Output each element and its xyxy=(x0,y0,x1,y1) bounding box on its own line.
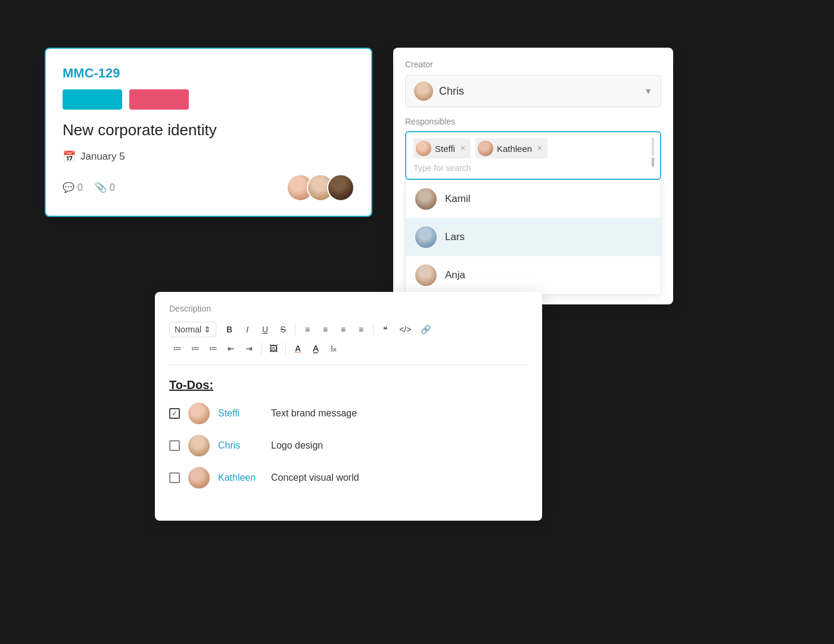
underline-button[interactable]: U xyxy=(257,322,273,337)
task-id: MMC-129 xyxy=(63,66,354,81)
todo-checkbox-1[interactable]: ✓ xyxy=(169,408,180,419)
creator-left: Chris xyxy=(414,82,464,101)
scroll-bar xyxy=(652,137,654,156)
format-arrow-icon: ⇕ xyxy=(204,325,211,334)
divider-2 xyxy=(373,323,374,335)
todo-item-2: Chris Logo design xyxy=(169,435,528,456)
image-button[interactable]: 🖼 xyxy=(265,341,282,356)
outdent-button[interactable]: ⇥ xyxy=(241,341,257,356)
creator-panel: Creator Chris ▼ Responsibles Steffi ✕ Ka… xyxy=(393,48,673,304)
tag-cyan xyxy=(63,89,122,110)
dropdown-item-anja[interactable]: Anja xyxy=(406,256,661,294)
task-date-text: January 5 xyxy=(80,151,125,163)
anja-name: Anja xyxy=(445,269,465,281)
font-color-button[interactable]: A xyxy=(290,341,306,356)
avatar-3 xyxy=(327,174,354,201)
toolbar-row-2: ≔ ≔ ≔ ⇤ ⇥ 🖼 A A̲ Ix xyxy=(169,341,528,356)
todo-item-3: Kathleen Concept visual world xyxy=(169,467,528,489)
task-tags xyxy=(63,89,354,110)
attachments-stat: 📎 0 xyxy=(95,182,115,193)
link-button[interactable]: 🔗 xyxy=(416,322,435,337)
scroll-indicator xyxy=(651,137,655,167)
todos-heading: To-Dos: xyxy=(169,378,528,392)
dropdown-item-lars[interactable]: Lars xyxy=(406,218,661,256)
todo-avatar-chris xyxy=(188,435,210,456)
attachments-count: 0 xyxy=(110,182,115,193)
lars-name: Lars xyxy=(445,231,465,243)
creator-label: Creator xyxy=(405,60,661,69)
indent-button[interactable]: ⇤ xyxy=(223,341,239,356)
divider-3 xyxy=(261,343,262,354)
todo-avatar-kathleen xyxy=(188,467,210,489)
resp-tag-kathleen[interactable]: Kathleen ✕ xyxy=(475,138,547,158)
kathleen-name: Kathleen xyxy=(497,144,532,154)
dropdown-list: Kamil Lars Anja xyxy=(405,180,661,295)
description-panel: Description Normal ⇕ B I U S ≡ ≡ ≡ ≡ ❝ <… xyxy=(155,292,542,521)
font-highlight-button[interactable]: A̲ xyxy=(307,341,324,356)
todo-checkbox-3[interactable] xyxy=(169,472,180,483)
todo-task-3: Concept visual world xyxy=(271,472,359,483)
remove-steffi-button[interactable]: ✕ xyxy=(460,144,466,153)
format-select[interactable]: Normal ⇕ xyxy=(169,322,216,337)
creator-name: Chris xyxy=(439,85,464,98)
remove-kathleen-button[interactable]: ✕ xyxy=(537,144,543,153)
align-right-button[interactable]: ≡ xyxy=(335,322,351,337)
normal-label: Normal xyxy=(175,325,201,334)
todo-name-steffi[interactable]: Steffi xyxy=(218,408,263,419)
checkmark-icon: ✓ xyxy=(172,409,178,418)
align-justify-button[interactable]: ≡ xyxy=(353,322,369,337)
todo-avatar-steffi xyxy=(188,403,210,424)
divider-4 xyxy=(285,343,286,354)
strikethrough-button[interactable]: S xyxy=(275,322,291,337)
task-footer: 💬 0 📎 0 xyxy=(63,174,354,201)
todo-item-1: ✓ Steffi Text brand message xyxy=(169,403,528,424)
blockquote-button[interactable]: ❝ xyxy=(377,322,394,337)
description-label: Description xyxy=(169,304,528,313)
align-center-button[interactable]: ≡ xyxy=(317,322,334,337)
description-content: To-Dos: ✓ Steffi Text brand message Chri… xyxy=(169,374,528,504)
todo-name-kathleen[interactable]: Kathleen xyxy=(218,472,263,483)
todo-task-2: Logo design xyxy=(271,440,323,451)
toolbar: Normal ⇕ B I U S ≡ ≡ ≡ ≡ ❝ </> 🔗 ≔ ≔ ≔ ⇤… xyxy=(169,322,528,365)
steffi-avatar xyxy=(416,141,431,156)
responsibles-tags: Steffi ✕ Kathleen ✕ xyxy=(413,138,653,158)
task-date: 📅 January 5 xyxy=(63,150,354,163)
lars-avatar xyxy=(415,226,437,248)
comments-count: 0 xyxy=(77,182,83,193)
anja-avatar xyxy=(415,265,437,286)
responsibles-box[interactable]: Steffi ✕ Kathleen ✕ Type for search xyxy=(405,131,661,180)
task-list-button[interactable]: ≔ xyxy=(205,341,222,356)
todo-name-chris[interactable]: Chris xyxy=(218,440,263,451)
resp-tag-steffi[interactable]: Steffi ✕ xyxy=(413,138,471,158)
dropdown-item-kamil[interactable]: Kamil xyxy=(406,180,661,218)
attachment-icon: 📎 xyxy=(95,182,107,193)
bold-button[interactable]: B xyxy=(221,322,238,337)
align-left-button[interactable]: ≡ xyxy=(299,322,316,337)
code-button[interactable]: </> xyxy=(395,322,415,337)
divider-1 xyxy=(295,323,295,335)
calendar-icon: 📅 xyxy=(63,150,76,163)
dropdown-arrow-icon: ▼ xyxy=(644,86,652,96)
kathleen-avatar xyxy=(478,141,493,156)
toolbar-row-1: Normal ⇕ B I U S ≡ ≡ ≡ ≡ ❝ </> 🔗 xyxy=(169,322,528,337)
task-stats: 💬 0 📎 0 xyxy=(63,182,115,193)
todo-task-1: Text brand message xyxy=(271,408,357,419)
kamil-name: Kamil xyxy=(445,193,471,205)
unordered-list-button[interactable]: ≔ xyxy=(187,341,204,356)
task-card: MMC-129 New corporate identity 📅 January… xyxy=(45,48,372,217)
creator-avatar xyxy=(414,82,433,101)
creator-select[interactable]: Chris ▼ xyxy=(405,75,661,107)
steffi-name: Steffi xyxy=(435,144,455,154)
todo-checkbox-2[interactable] xyxy=(169,440,180,451)
clear-format-button[interactable]: Ix xyxy=(325,341,342,356)
comments-stat: 💬 0 xyxy=(63,182,83,193)
ordered-list-button[interactable]: ≔ xyxy=(169,341,186,356)
responsibles-label: Responsibles xyxy=(405,117,661,126)
search-placeholder[interactable]: Type for search xyxy=(413,162,653,175)
tag-red xyxy=(129,89,189,110)
task-title: New corporate identity xyxy=(63,120,354,141)
assignee-avatars xyxy=(287,174,354,201)
scroll-thumb xyxy=(652,157,654,167)
italic-button[interactable]: I xyxy=(239,322,256,337)
comment-icon: 💬 xyxy=(63,182,74,193)
